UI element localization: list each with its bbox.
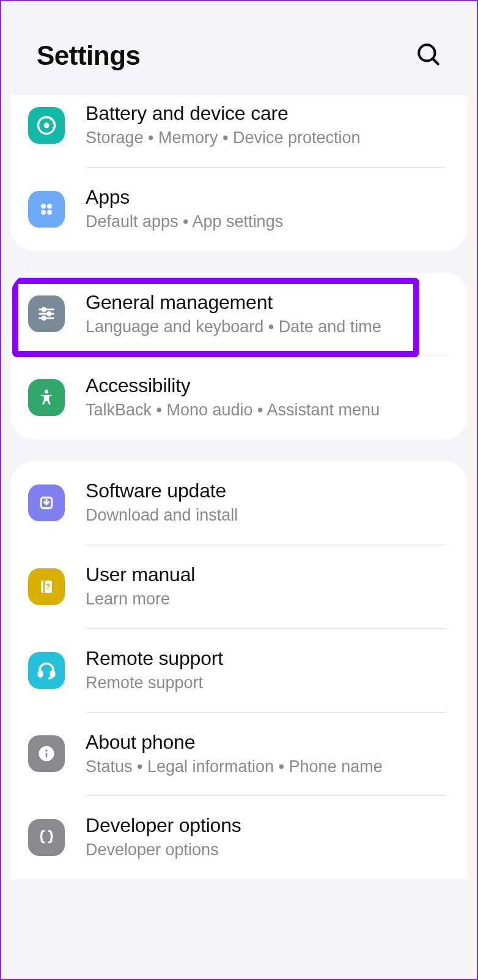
- item-title: Accessibility: [86, 373, 451, 398]
- item-subtitle: Language and keyboard • Date and time: [86, 316, 451, 339]
- page-title: Settings: [37, 40, 141, 71]
- svg-point-14: [45, 390, 48, 393]
- svg-point-5: [47, 204, 52, 209]
- svg-point-3: [44, 122, 50, 128]
- item-subtitle: Storage • Memory • Device protection: [86, 127, 451, 150]
- item-title: Battery and device care: [86, 101, 451, 125]
- svg-point-6: [41, 210, 46, 215]
- settings-item-accessibility[interactable]: Accessibility TalkBack • Mono audio • As…: [11, 356, 467, 439]
- item-subtitle: TalkBack • Mono audio • Assistant menu: [86, 399, 451, 422]
- item-title: Remote support: [86, 646, 451, 670]
- settings-item-about-phone[interactable]: About phone Status • Legal information •…: [11, 713, 467, 796]
- settings-group-1: Battery and device care Storage • Memory…: [11, 95, 467, 251]
- item-title: User manual: [86, 562, 451, 587]
- book-icon: ?: [28, 568, 65, 605]
- settings-group-3: Software update Download and install ? U…: [11, 461, 467, 879]
- settings-group-2: General management Language and keyboard…: [11, 273, 467, 440]
- item-subtitle: Default apps • App settings: [86, 210, 451, 234]
- item-title: About phone: [86, 730, 451, 754]
- settings-item-apps[interactable]: Apps Default apps • App settings: [11, 168, 467, 251]
- item-subtitle: Download and install: [86, 504, 451, 527]
- svg-point-11: [47, 313, 51, 316]
- svg-point-9: [42, 308, 46, 312]
- item-title: General management: [86, 290, 451, 314]
- settings-item-battery[interactable]: Battery and device care Storage • Memory…: [11, 95, 467, 167]
- svg-point-7: [47, 210, 52, 215]
- apps-icon: [28, 191, 65, 228]
- item-title: Apps: [86, 185, 451, 209]
- search-icon: [416, 42, 441, 67]
- item-subtitle: Status • Legal information • Phone name: [86, 755, 451, 779]
- battery-care-icon: [28, 107, 65, 144]
- svg-point-22: [45, 750, 48, 752]
- svg-rect-19: [39, 671, 42, 677]
- svg-rect-17: [43, 581, 45, 593]
- settings-item-software-update[interactable]: Software update Download and install: [11, 461, 467, 544]
- svg-point-4: [41, 204, 46, 209]
- headset-icon: [28, 652, 65, 689]
- svg-point-13: [42, 317, 46, 321]
- settings-item-remote-support[interactable]: Remote support Remote support: [11, 629, 467, 712]
- sliders-icon: [28, 295, 65, 332]
- settings-item-developer-options[interactable]: Developer options Developer options: [11, 796, 467, 879]
- item-title: Software update: [86, 478, 451, 503]
- svg-line-1: [433, 59, 438, 64]
- item-title: Developer options: [86, 813, 451, 837]
- braces-icon: [28, 819, 65, 856]
- item-subtitle: Developer options: [86, 839, 451, 862]
- info-icon: [28, 735, 65, 772]
- update-icon: [28, 484, 65, 521]
- header: Settings: [1, 1, 477, 98]
- item-subtitle: Learn more: [86, 588, 451, 611]
- svg-text:?: ?: [46, 582, 51, 591]
- item-subtitle: Remote support: [86, 672, 451, 695]
- settings-item-general-management[interactable]: General management Language and keyboard…: [11, 273, 467, 356]
- search-button[interactable]: [411, 37, 446, 74]
- person-icon: [28, 379, 65, 416]
- settings-item-user-manual[interactable]: ? User manual Learn more: [11, 545, 467, 628]
- svg-rect-23: [46, 753, 48, 758]
